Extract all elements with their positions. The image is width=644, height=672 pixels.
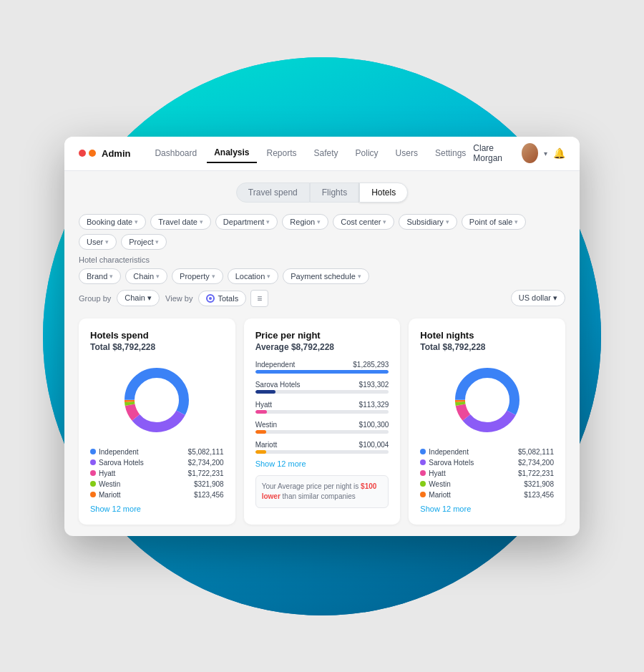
nav-safety[interactable]: Safety <box>307 144 346 162</box>
price-per-night-total: Average $8,792,228 <box>255 342 389 352</box>
currency-selector[interactable]: US dollar ▾ <box>511 290 565 306</box>
bar-item-mariott: Mariott $100,004 <box>255 441 389 454</box>
price-per-night-title: Price per night <box>255 330 389 341</box>
bar-name: Sarova Hotels <box>255 381 301 389</box>
logo-dot-orange <box>89 150 96 157</box>
header: Admin Dashboard Analysis Reports Safety … <box>64 137 580 171</box>
nav: Dashboard Analysis Reports Safety Policy… <box>147 143 473 163</box>
filter-department[interactable]: Department ▾ <box>215 214 278 230</box>
logo-text: Admin <box>102 148 130 159</box>
user-name: Clare Morgan <box>473 143 516 163</box>
tab-bar: Travel spend Flights Hotels <box>79 182 565 203</box>
tab-travel-spend[interactable]: Travel spend <box>236 182 310 203</box>
hotel-nights-total: Total $8,792,228 <box>420 342 554 352</box>
legend-left: Sarova Hotels <box>90 459 144 467</box>
hotel-characteristics-label: Hotel characteristics <box>79 255 565 264</box>
legend-value: $1,722,231 <box>188 469 224 477</box>
hotel-nights-card: Hotel nights Total $8,792,228 <box>409 318 565 525</box>
tab-flights[interactable]: Flights <box>310 182 359 203</box>
filter-user[interactable]: User ▾ <box>79 234 117 250</box>
legend-name: Westin <box>99 480 120 488</box>
legend-dot-sarova <box>420 459 426 465</box>
legend-value: $123,456 <box>524 491 554 499</box>
view-by-label: View by <box>165 294 192 303</box>
nav-users[interactable]: Users <box>389 144 425 162</box>
hotels-spend-legend: Independent $5,082,111 Sarova Hotels $2,… <box>90 448 224 499</box>
bar-chart-icon: ≡ <box>257 293 262 303</box>
filters-row-1: Booking date ▾ Travel date ▾ Department … <box>79 214 565 250</box>
chevron-down-icon: ▾ <box>358 273 361 280</box>
legend-left: Hyatt <box>420 469 445 477</box>
nav-policy[interactable]: Policy <box>348 144 386 162</box>
bar-track <box>255 410 389 414</box>
radio-icon-inner <box>209 297 212 300</box>
legend-item: Westin $321,908 <box>90 480 224 488</box>
donut-chart-svg <box>117 361 196 439</box>
legend-dot-mariott <box>420 492 426 497</box>
legend-value: $2,734,200 <box>518 459 554 467</box>
chevron-down-icon: ▾ <box>105 238 109 245</box>
filter-point-of-sale[interactable]: Point of sale ▾ <box>462 214 527 230</box>
filter-project[interactable]: Project ▾ <box>121 234 167 250</box>
filter-booking-date[interactable]: Booking date ▾ <box>79 214 146 230</box>
nav-dashboard[interactable]: Dashboard <box>147 144 204 162</box>
filter-brand[interactable]: Brand ▾ <box>79 268 121 284</box>
legend-name: Mariott <box>99 491 121 499</box>
chevron-down-icon: ▾ <box>446 218 449 225</box>
filter-cost-center[interactable]: Cost center ▾ <box>333 214 394 230</box>
legend-dot-hyatt <box>90 470 96 476</box>
notification-bell-icon[interactable]: 🔔 <box>553 147 565 159</box>
legend-value: $321,908 <box>524 480 554 488</box>
tab-hotels[interactable]: Hotels <box>359 182 408 203</box>
group-by-chain[interactable]: Chain ▾ <box>117 290 160 306</box>
legend-dot-independent <box>420 449 426 454</box>
hotels-spend-chart <box>90 361 224 439</box>
bar-value: $193,302 <box>359 381 389 389</box>
header-right: Clare Morgan ▾ 🔔 <box>473 143 565 163</box>
chevron-down-icon: ▾ <box>267 273 270 280</box>
insight-box: Your Average price per night is $100 low… <box>255 475 389 508</box>
bar-fill <box>255 390 275 394</box>
view-options: Totals ≡ <box>198 290 268 307</box>
show-more-price[interactable]: Show 12 more <box>255 459 389 468</box>
totals-button[interactable]: Totals <box>198 291 246 306</box>
legend-item: Mariott $123,456 <box>90 491 224 499</box>
hotels-spend-title: Hotels spend <box>90 330 224 341</box>
filter-payment-schedule[interactable]: Payment schedule ▾ <box>283 268 369 284</box>
group-row: Group by Chain ▾ View by Totals <box>79 290 565 307</box>
filter-region[interactable]: Region ▾ <box>282 214 328 230</box>
bar-track <box>255 370 389 374</box>
legend-name: Sarova Hotels <box>429 459 474 467</box>
show-more-hotel-nights[interactable]: Show 12 more <box>420 505 554 513</box>
legend-value: $123,456 <box>194 491 224 499</box>
legend-value: $321,908 <box>194 480 224 488</box>
svg-point-11 <box>467 380 507 420</box>
avatar[interactable] <box>522 143 538 163</box>
filter-property[interactable]: Property ▾ <box>172 268 223 284</box>
legend-left: Westin <box>420 480 450 488</box>
legend-item: Independent $5,082,111 <box>420 448 554 456</box>
legend-item: Independent $5,082,111 <box>90 448 224 456</box>
filter-subsidiary[interactable]: Subsidiary ▾ <box>399 214 457 230</box>
legend-name: Mariott <box>429 491 451 499</box>
legend-dot-westin <box>90 481 96 487</box>
bar-name: Independent <box>255 361 296 369</box>
chevron-down-icon: ▾ <box>266 218 270 225</box>
bar-item-westin: Westin $100,300 <box>255 421 389 434</box>
filter-travel-date[interactable]: Travel date ▾ <box>150 214 211 230</box>
nav-analysis[interactable]: Analysis <box>207 143 256 163</box>
legend-value: $1,722,231 <box>518 469 554 477</box>
show-more-hotels-spend[interactable]: Show 12 more <box>90 505 224 513</box>
chart-view-button[interactable]: ≡ <box>250 290 268 307</box>
nav-settings[interactable]: Settings <box>428 144 473 162</box>
filter-location[interactable]: Location ▾ <box>228 268 279 284</box>
bar-label: Hyatt $113,329 <box>255 401 389 409</box>
logo-dot-red <box>79 150 86 157</box>
chevron-down-icon: ▾ <box>212 273 215 280</box>
filter-chain[interactable]: Chain ▾ <box>125 268 167 284</box>
legend-name: Hyatt <box>99 469 115 477</box>
logo: Admin <box>79 148 130 159</box>
legend-item: Sarova Hotels $2,734,200 <box>420 459 554 467</box>
content: Travel spend Flights Hotels Booking date… <box>64 171 580 536</box>
nav-reports[interactable]: Reports <box>260 144 304 162</box>
